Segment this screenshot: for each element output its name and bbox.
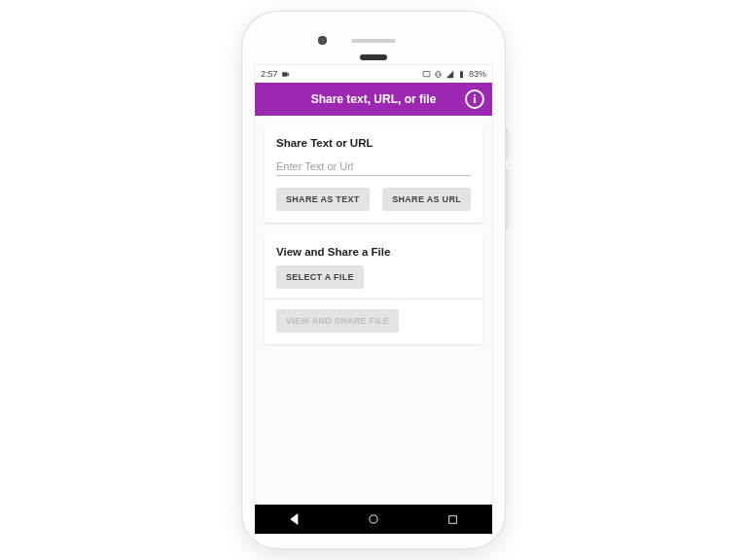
nav-recent-icon[interactable]: [446, 513, 459, 526]
info-button[interactable]: i: [465, 89, 484, 109]
share-file-card: View and Share a File SELECT A FILE VIEW…: [265, 234, 482, 344]
share-text-input[interactable]: [276, 157, 471, 176]
status-time: 2:57: [261, 69, 278, 79]
share-as-text-button[interactable]: SHARE AS TEXT: [276, 188, 370, 211]
videocam-icon: [281, 70, 290, 79]
share-text-button-row: SHARE AS TEXT SHARE AS URL: [276, 188, 471, 211]
phone-frame: 2:57 83% Share text, URL, or file i Shar…: [242, 12, 505, 548]
card-divider: [265, 298, 482, 299]
svg-rect-0: [423, 71, 430, 76]
svg-point-2: [370, 515, 377, 523]
app-bar: Share text, URL, or file i: [255, 83, 492, 116]
share-file-card-title: View and Share a File: [276, 246, 471, 258]
share-text-card-title: Share Text or URL: [276, 137, 471, 149]
nav-back-icon[interactable]: [288, 512, 302, 526]
select-file-button[interactable]: SELECT A FILE: [276, 265, 364, 289]
side-button-power: [505, 126, 509, 159]
signal-icon: [445, 70, 454, 79]
content-area: Share Text or URL SHARE AS TEXT SHARE AS…: [255, 116, 492, 505]
svg-rect-3: [449, 515, 457, 523]
status-battery-pct: 83%: [469, 69, 486, 79]
battery-icon: [457, 70, 466, 79]
front-camera: [318, 36, 327, 45]
share-as-url-button[interactable]: SHARE AS URL: [382, 188, 471, 211]
nav-home-icon[interactable]: [367, 512, 380, 526]
view-share-file-button: VIEW AND SHARE FILE: [276, 309, 399, 332]
status-bar: 2:57 83%: [255, 65, 492, 83]
share-text-card: Share Text or URL SHARE AS TEXT SHARE AS…: [265, 125, 482, 223]
navigation-bar: [255, 505, 492, 534]
page-title: Share text, URL, or file: [311, 92, 437, 106]
info-icon: i: [473, 92, 476, 107]
vibrate-icon: [434, 70, 443, 79]
side-button-volume: [505, 169, 509, 229]
screen: 2:57 83% Share text, URL, or file i Shar…: [254, 64, 493, 535]
svg-rect-1: [437, 71, 440, 77]
cast-icon: [422, 70, 431, 79]
earpiece: [360, 54, 387, 60]
